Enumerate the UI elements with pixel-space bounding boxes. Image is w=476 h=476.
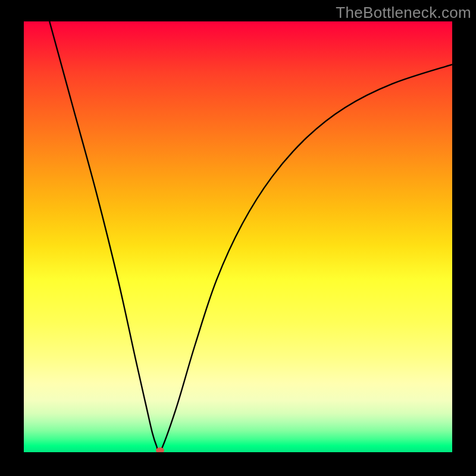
chart-frame: TheBottleneck.com bbox=[0, 0, 476, 476]
plot-area bbox=[24, 21, 452, 452]
chart-svg bbox=[24, 21, 452, 452]
curve-line bbox=[49, 21, 452, 452]
watermark-text: TheBottleneck.com bbox=[336, 4, 471, 22]
